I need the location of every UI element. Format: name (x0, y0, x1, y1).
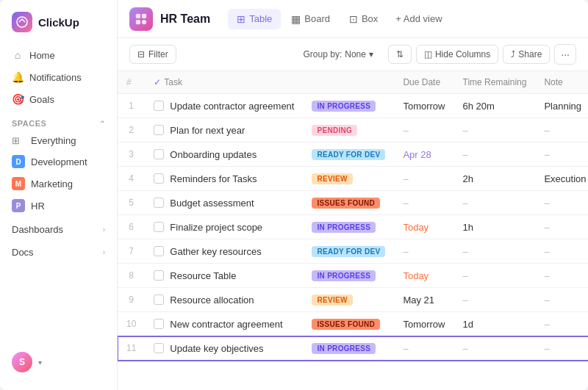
status-badge[interactable]: IN PROGRESS (312, 343, 376, 354)
task-name: Budget assessment (170, 198, 254, 209)
sidebar-item-everything[interactable]: ⊞ Everything (0, 131, 117, 151)
note-cell: – (535, 239, 588, 264)
hr-dot: P (12, 199, 25, 212)
time-remaining-cell: – (454, 264, 536, 288)
note-cell: – (535, 118, 588, 142)
status-badge[interactable]: ISSUES FOUND (312, 198, 380, 209)
task-checkbox[interactable] (154, 270, 164, 281)
status-cell: READY FOR DEV (303, 239, 394, 264)
avatar: S (12, 352, 32, 372)
status-badge[interactable]: READY FOR DEV (312, 246, 385, 257)
sidebar-item-hr[interactable]: P HR (0, 195, 117, 217)
task-checkbox[interactable] (154, 173, 164, 184)
due-date-cell: – (394, 336, 453, 361)
status-badge[interactable]: REVIEW (312, 173, 352, 184)
share-icon: ⤴ (511, 49, 515, 59)
sidebar-item-label: Home (29, 50, 55, 61)
tab-box[interactable]: ⊡ Box (340, 9, 387, 29)
status-cell: READY FOR DEV (303, 142, 394, 167)
note-cell: – (535, 312, 588, 336)
team-title: HR Team (160, 12, 210, 26)
filter-label: Filter (148, 49, 168, 59)
sidebar-item-label: HR (31, 201, 45, 212)
more-options-button[interactable]: ··· (554, 44, 576, 65)
sidebar-item-label: Marketing (31, 178, 73, 189)
group-by-control[interactable]: Group by: None ▾ (304, 49, 373, 59)
filter-button[interactable]: ⊟ Filter (129, 45, 176, 64)
sidebar-item-marketing[interactable]: M Marketing (0, 173, 117, 195)
share-button[interactable]: ⤴ Share (503, 45, 550, 64)
table-row: 7Gather key resourcesREADY FOR DEV––– (118, 239, 588, 264)
check-all-icon: ✓ (154, 77, 161, 87)
task-checkbox[interactable] (154, 343, 164, 353)
add-view-button[interactable]: + Add view (388, 9, 449, 29)
tab-box-label: Box (362, 13, 378, 24)
table-row: 5Budget assessmentISSUES FOUND––– (118, 191, 588, 215)
time-remaining-cell: – (454, 239, 536, 264)
status-badge[interactable]: IN PROGRESS (312, 222, 376, 233)
status-badge[interactable]: IN PROGRESS (312, 101, 376, 112)
sidebar-item-label: Development (31, 156, 87, 167)
status-badge[interactable]: IN PROGRESS (312, 270, 376, 281)
task-checkbox[interactable] (154, 246, 164, 256)
col-task: ✓ Task (145, 71, 303, 94)
task-checkbox[interactable] (154, 222, 164, 232)
task-checkbox[interactable] (154, 125, 164, 135)
due-date-cell: – (394, 191, 453, 215)
sidebar-item-home[interactable]: ⌂ Home (0, 44, 117, 66)
sidebar: ClickUp ⌂ Home 🔔 Notifications 🎯 Goals S… (0, 0, 118, 390)
note-cell: Planning (535, 94, 588, 118)
toolbar-right-actions: ⇅ ◫ Hide Columns ⤴ Share ··· (388, 44, 576, 65)
status-cell: IN PROGRESS (303, 264, 394, 288)
sidebar-item-label: Goals (29, 94, 54, 105)
sidebar-item-label: Notifications (29, 72, 82, 83)
sidebar-item-goals[interactable]: 🎯 Goals (0, 88, 117, 110)
note-cell: – (535, 264, 588, 288)
sort-icon: ⇅ (396, 49, 404, 59)
due-date-cell: Tomorrow (394, 312, 453, 336)
status-badge[interactable]: PENDING (312, 125, 357, 136)
user-avatar-area[interactable]: S ▾ (0, 343, 117, 381)
task-checkbox[interactable] (154, 198, 164, 208)
note-cell: – (535, 215, 588, 239)
row-num: 4 (118, 167, 145, 191)
status-badge[interactable]: ISSUES FOUND (312, 319, 380, 330)
task-cell: Resource Table (145, 264, 303, 288)
status-cell: REVIEW (303, 288, 394, 312)
bell-icon: 🔔 (12, 71, 24, 83)
task-checkbox[interactable] (154, 101, 164, 111)
status-badge[interactable]: READY FOR DEV (312, 149, 385, 160)
task-checkbox[interactable] (154, 295, 164, 305)
tab-board[interactable]: ▦ Board (282, 9, 339, 29)
col-note: Note (535, 71, 588, 94)
box-icon: ⊡ (349, 13, 358, 25)
hide-columns-button[interactable]: ◫ Hide Columns (416, 45, 498, 64)
sort-button[interactable]: ⇅ (388, 45, 412, 64)
more-icon: ··· (561, 48, 570, 60)
task-name: Update contractor agreement (170, 101, 294, 112)
time-remaining-cell: – (454, 191, 536, 215)
avatar-chevron-icon: ▾ (38, 358, 42, 366)
time-remaining-cell: 1h (454, 215, 536, 239)
due-date-cell: Today (394, 264, 453, 288)
svg-rect-1 (136, 13, 140, 18)
svg-rect-2 (142, 13, 146, 18)
row-num: 10 (118, 312, 145, 336)
sidebar-item-development[interactable]: D Development (0, 151, 117, 173)
task-name: Resource Table (170, 270, 236, 281)
sidebar-item-dashboards[interactable]: Dashboards › (0, 220, 117, 239)
task-checkbox[interactable] (154, 149, 164, 159)
due-date-cell: Tomorrow (394, 94, 453, 118)
task-cell: Budget assessment (145, 191, 303, 215)
status-badge[interactable]: REVIEW (312, 295, 352, 306)
sidebar-item-notifications[interactable]: 🔔 Notifications (0, 66, 117, 88)
table-icon: ⊞ (237, 13, 245, 25)
task-checkbox[interactable] (154, 319, 164, 329)
sidebar-item-docs[interactable]: Docs › (0, 242, 117, 262)
tab-table[interactable]: ⊞ Table (228, 9, 281, 29)
group-by-value: None (345, 49, 366, 59)
sidebar-item-label: Everything (31, 135, 76, 146)
task-cell: Reminders for Tasks (145, 167, 303, 191)
page-header: HR Team ⊞ Table ▦ Board ⊡ Box + Add view (118, 0, 588, 38)
note-cell: – (535, 288, 588, 312)
